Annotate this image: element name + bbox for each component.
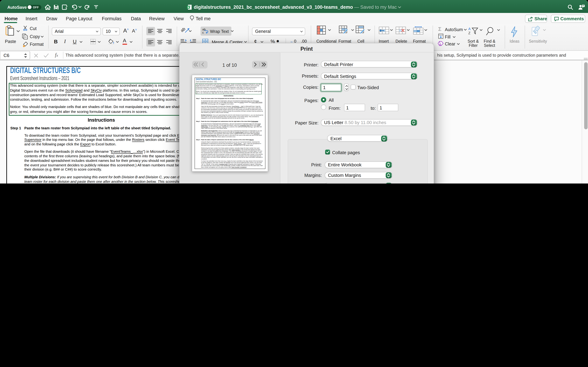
svg-text:Z: Z: [468, 31, 470, 35]
svg-text:A: A: [468, 27, 471, 31]
svg-text:c: c: [202, 31, 204, 34]
